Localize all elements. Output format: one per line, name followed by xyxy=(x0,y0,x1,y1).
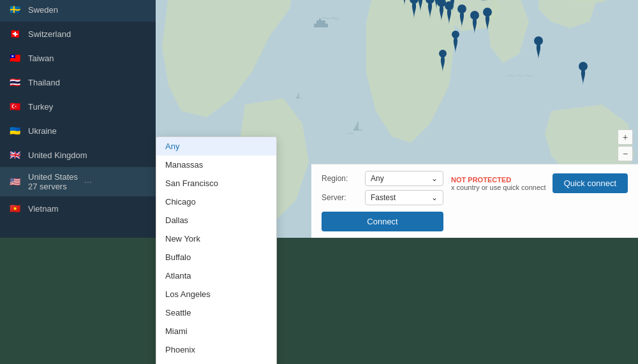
status-title: NOT PROTECTED xyxy=(451,176,546,184)
connect-button[interactable]: Connect xyxy=(322,212,443,231)
svg-point-46 xyxy=(534,36,543,45)
country-name: Switzerland xyxy=(28,29,71,39)
region-label: Region: xyxy=(322,174,360,183)
bottom-bar-actions: NOT PROTECTED x country or use quick con… xyxy=(451,173,628,193)
main-layout: 🔍 🇿🇦South Africa🇰🇷South Korea🇪🇸Spain🇸🇪Sw… xyxy=(0,0,638,238)
svg-point-45 xyxy=(483,8,492,17)
server-label: Server: xyxy=(322,193,360,202)
country-item[interactable]: 🇺🇸United States27 servers··· xyxy=(0,167,156,196)
country-name: Ukraine xyxy=(28,126,57,136)
dropdown-item[interactable]: Buffalo xyxy=(156,248,276,266)
country-sub: 27 servers xyxy=(28,182,78,191)
region-row: Region: Any ⌄ xyxy=(322,171,443,186)
country-flag: 🇹🇼 xyxy=(8,51,22,65)
country-name: Taiwan xyxy=(28,54,54,63)
dropdown-item[interactable]: Los Angeles xyxy=(156,285,276,303)
server-row: Server: Fastest ⌄ xyxy=(322,190,443,205)
dropdown-item[interactable]: San Francisco xyxy=(156,174,276,193)
country-flag: 🇺🇦 xyxy=(8,124,22,138)
server-select[interactable]: Fastest ⌄ xyxy=(365,190,443,205)
bottom-bar: Region: Any ⌄ Server: Fastest ⌄ Conne xyxy=(311,164,638,238)
dropdown-item[interactable]: Seattle xyxy=(156,303,276,322)
country-name: United Kingdom xyxy=(28,150,87,160)
chevron-down-icon: ⌄ xyxy=(431,174,438,183)
region-select[interactable]: Any ⌄ xyxy=(365,171,443,186)
country-name: Vietnam xyxy=(28,204,58,214)
country-item[interactable]: 🇺🇦Ukraine xyxy=(0,119,156,143)
svg-point-48 xyxy=(452,31,459,38)
dropdown-item[interactable]: Las Vegas xyxy=(156,359,276,364)
country-flag: 🇸🇪 xyxy=(8,3,22,17)
country-flag: 🇹🇷 xyxy=(8,99,22,113)
country-name: United States xyxy=(28,172,78,182)
country-flag: 🇹🇭 xyxy=(8,75,22,89)
country-name: Thailand xyxy=(28,78,60,87)
country-item[interactable]: 🇹🇭Thailand xyxy=(0,70,156,94)
svg-point-49 xyxy=(439,50,447,57)
country-item[interactable]: 🇨🇭Switzerland xyxy=(0,22,156,46)
dropdown-item[interactable]: New York xyxy=(156,229,276,248)
zoom-out-button[interactable]: − xyxy=(618,146,633,161)
svg-point-47 xyxy=(579,62,588,71)
country-flag: 🇻🇳 xyxy=(8,201,22,215)
zoom-controls: + − xyxy=(618,129,633,161)
country-item[interactable]: 🇸🇪Sweden xyxy=(0,0,156,22)
country-item[interactable]: 🇹🇷Turkey xyxy=(0,94,156,119)
sidebar: 🔍 🇿🇦South Africa🇰🇷South Korea🇪🇸Spain🇸🇪Sw… xyxy=(0,0,156,238)
country-name: Sweden xyxy=(28,5,58,15)
svg-rect-18 xyxy=(319,18,321,21)
country-item[interactable]: 🇻🇳Vietnam xyxy=(0,196,156,221)
country-name: Turkey xyxy=(28,102,53,112)
svg-point-44 xyxy=(470,11,479,20)
country-item[interactable]: 🇬🇧United Kingdom xyxy=(0,143,156,167)
dropdown-item[interactable]: Atlanta xyxy=(156,266,276,285)
svg-point-42 xyxy=(445,1,454,10)
svg-point-43 xyxy=(457,4,466,13)
country-flag: 🇨🇭 xyxy=(8,27,22,41)
country-flag: 🇬🇧 xyxy=(8,148,22,162)
region-dropdown: AnyManassasSan FranciscoChicagoDallasNew… xyxy=(156,136,277,364)
country-more-icon[interactable]: ··· xyxy=(84,177,92,187)
zoom-in-button[interactable]: + xyxy=(618,129,633,145)
dropdown-item[interactable]: Chicago xyxy=(156,193,276,211)
country-flag: 🇺🇸 xyxy=(8,175,22,189)
dropdown-item[interactable]: Miami xyxy=(156,322,276,340)
dropdown-item[interactable]: Manassas xyxy=(156,156,276,174)
country-list: 🇿🇦South Africa🇰🇷South Korea🇪🇸Spain🇸🇪Swed… xyxy=(0,0,156,238)
country-item[interactable]: 🇹🇼Taiwan xyxy=(0,46,156,70)
dropdown-item[interactable]: Dallas xyxy=(156,211,276,229)
chevron-down-icon-2: ⌄ xyxy=(431,193,438,202)
quick-connect-button[interactable]: Quick connect xyxy=(553,173,628,193)
svg-text:〜: 〜 xyxy=(347,129,355,138)
svg-text:〜〜〜: 〜〜〜 xyxy=(507,71,533,81)
dropdown-item[interactable]: Any xyxy=(156,137,276,156)
status-sub: x country or use quick connect xyxy=(451,184,546,191)
dropdown-item[interactable]: Phoenix xyxy=(156,340,276,359)
